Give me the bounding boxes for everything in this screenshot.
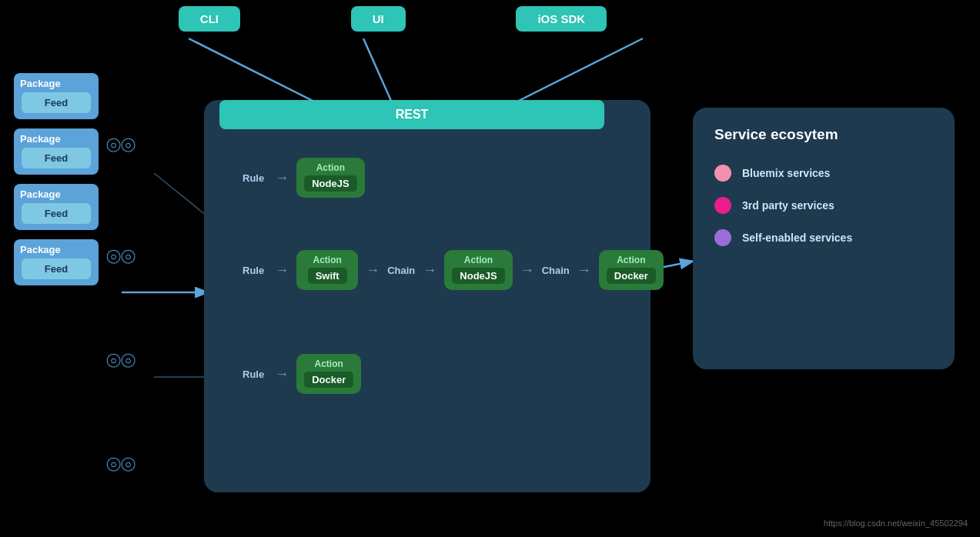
action-docker2-box: Action Docker xyxy=(296,354,361,394)
chain-label-1: Chain xyxy=(387,265,415,276)
action-docker-top: Action xyxy=(617,255,645,265)
main-panel: REST Rule → Action NodeJS Rule → Action … xyxy=(204,100,651,492)
bluemix-dot xyxy=(714,165,731,182)
action-docker-bottom: Docker xyxy=(607,268,656,284)
rule-label-2: Rule xyxy=(242,265,264,276)
action-swift-bottom: Swift xyxy=(308,268,347,284)
ui-box: UI xyxy=(351,6,406,32)
bluemix-label: Bluemix services xyxy=(742,167,830,179)
arrow-1: → xyxy=(275,170,289,186)
arrow-2: → xyxy=(275,262,289,279)
arrow-chain-3: → xyxy=(520,262,534,279)
action-docker2-bottom: Docker xyxy=(304,372,353,388)
action-nodejs-bottom: NodeJS xyxy=(304,175,356,192)
action-docker2-top: Action xyxy=(315,359,343,369)
package-label-4: Package xyxy=(20,244,61,255)
package-label-1: Package xyxy=(20,78,61,89)
action-row-2: Rule → Action Swift → Chain → Action Nod… xyxy=(242,250,664,290)
feed-box-3: Feed xyxy=(22,203,91,224)
svg-line-7 xyxy=(154,173,206,215)
service-item-selfenabled: Self-enabled services xyxy=(714,229,933,246)
top-boxes-container: CLI UI iOS SDK xyxy=(123,6,662,32)
action-nodejs-top: Action xyxy=(316,162,345,173)
wifi-icon-4: ⦾⦾ xyxy=(106,454,135,475)
action-nodejs2-top: Action xyxy=(464,255,493,265)
action-nodejs2-bottom: NodeJS xyxy=(452,268,504,284)
package-box-1: Package Feed xyxy=(14,73,99,119)
wifi-icon-1: ⦾⦾ xyxy=(106,135,135,156)
ios-sdk-box: iOS SDK xyxy=(516,6,607,32)
package-box-2: Package Feed xyxy=(14,128,99,175)
feed-box-4: Feed xyxy=(22,258,91,279)
action-nodejs-box: Action NodeJS xyxy=(296,158,364,198)
action-docker-box: Action Docker xyxy=(599,250,664,290)
package-column: Package Feed Package Feed Package Feed P… xyxy=(14,73,99,285)
action-swift-top: Action xyxy=(313,255,342,265)
arrow-chain-1: → xyxy=(366,262,380,279)
3rdparty-label: 3rd party services xyxy=(742,199,835,212)
feed-box-2: Feed xyxy=(22,148,91,168)
arrow-chain-2: → xyxy=(423,262,436,279)
3rdparty-dot xyxy=(714,197,731,214)
package-box-3: Package Feed xyxy=(14,184,99,230)
wifi-icon-2: ⦾⦾ xyxy=(106,246,135,268)
watermark: https://blog.csdn.net/weixin_45502294 xyxy=(824,519,968,528)
action-nodejs2-box: Action NodeJS xyxy=(444,250,512,290)
package-label-3: Package xyxy=(20,188,61,200)
service-item-3rdparty: 3rd party services xyxy=(714,197,933,214)
rule-label-3: Rule xyxy=(242,369,264,380)
action-swift-box: Action Swift xyxy=(296,250,358,290)
service-item-bluemix: Bluemix services xyxy=(714,165,933,182)
cli-box: CLI xyxy=(179,6,240,32)
action-row-1: Rule → Action NodeJS xyxy=(242,158,365,198)
action-row-3: Rule → Action Docker xyxy=(242,354,361,394)
rule-label-1: Rule xyxy=(242,172,264,184)
package-label-2: Package xyxy=(20,133,61,145)
rest-bar: REST xyxy=(219,100,604,129)
selfenabled-label: Self-enabled services xyxy=(742,232,852,244)
service-ecosystem-title: Service ecosytem xyxy=(714,126,933,143)
arrow-3: → xyxy=(275,366,289,382)
feed-box-1: Feed xyxy=(22,92,91,113)
package-box-4: Package Feed xyxy=(14,239,99,285)
service-ecosystem-panel: Service ecosytem Bluemix services 3rd pa… xyxy=(693,108,955,369)
chain-label-2: Chain xyxy=(542,265,570,276)
arrow-chain-4: → xyxy=(577,262,591,279)
selfenabled-dot xyxy=(714,229,731,246)
wifi-icon-3: ⦾⦾ xyxy=(106,350,135,372)
